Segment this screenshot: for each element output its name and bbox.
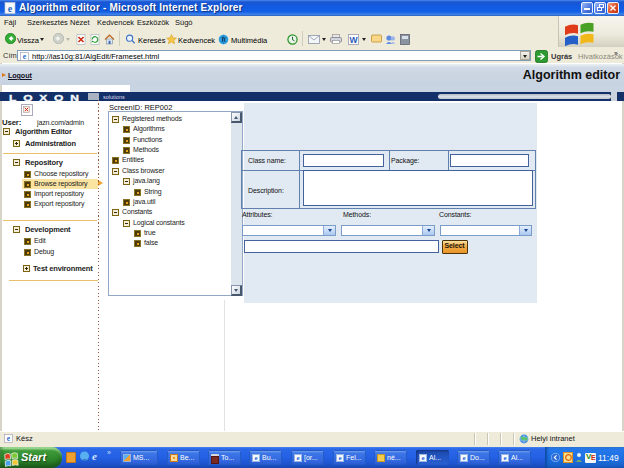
svg-text:W: W xyxy=(349,34,358,44)
